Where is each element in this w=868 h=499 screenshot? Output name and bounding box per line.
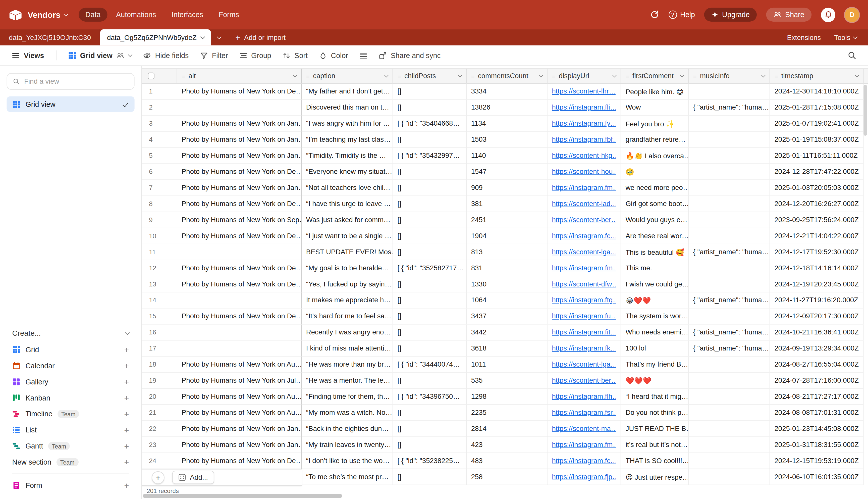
url-link[interactable]: https://instagram.fm… [552,441,616,449]
row-number[interactable]: 5 [142,148,177,164]
column-header-caption[interactable]: ≡caption [302,69,393,83]
add-or-import-button[interactable]: + Add or import [227,29,293,46]
cell-commentsCount[interactable]: 3442 [467,325,547,341]
cell-commentsCount[interactable]: 3437 [467,308,547,325]
add-sample-data-button[interactable]: Add... [172,471,214,484]
row-number[interactable]: 23 [142,437,177,453]
column-header-musicInfo[interactable]: ≡musicInfo [689,69,770,83]
cell-commentsCount[interactable]: 2814 [467,421,547,437]
cell-commentsCount[interactable]: 483 [467,453,547,469]
cell-childPosts[interactable]: [] [393,341,467,357]
cell-displayUrl[interactable]: https://scontent-ber… [547,373,621,389]
cell-caption[interactable]: “My train leaves in twenty… [302,437,393,453]
url-link[interactable]: https://instagram.fm… [552,264,616,272]
row-number[interactable]: 8 [142,196,177,212]
cell-musicInfo[interactable] [689,148,770,164]
cell-alt[interactable]: Photo by Humans of New York on Jan… [177,132,302,148]
column-header-commentsCount[interactable]: ≡commentsCount [467,69,547,83]
cell-musicInfo[interactable]: { "artist_name": "huma… [689,244,770,260]
cell-firstComment[interactable]: Who needs enemi… [621,325,689,341]
url-link[interactable]: https://instagram.fit… [552,328,616,336]
cell-commentsCount[interactable]: 1298 [467,389,547,405]
url-link[interactable]: https://scontent-ma… [552,425,616,433]
cell-commentsCount[interactable]: 1064 [467,292,547,308]
row-number[interactable]: 12 [142,260,177,276]
row-number[interactable]: 13 [142,276,177,292]
upgrade-button[interactable]: Upgrade [705,8,757,22]
column-header-childPosts[interactable]: ≡childPosts [393,69,467,83]
plus-icon[interactable]: + [124,378,129,386]
cell-commentsCount[interactable]: 423 [467,437,547,453]
cell-displayUrl[interactable]: https://instagram.flh… [547,389,621,405]
cell-musicInfo[interactable] [689,196,770,212]
chevron-down-icon[interactable] [458,73,462,77]
cell-childPosts[interactable]: [ { "id": "35238225… [393,453,467,469]
url-link[interactable]: https://scontent-lga… [552,361,616,368]
cell-alt[interactable] [177,100,302,116]
row-number[interactable]: 20 [142,389,177,405]
sort-button[interactable]: Sort [277,48,313,62]
add-record-button[interactable]: + [152,471,164,484]
row-height-button[interactable] [354,48,372,62]
cell-musicInfo[interactable] [689,164,770,180]
cell-childPosts[interactable]: [] [393,180,467,196]
find-view-search[interactable] [7,73,134,90]
cell-timestamp[interactable]: 2024-08-21T17:27:17.000Z [770,389,864,405]
row-number[interactable]: 16 [142,325,177,341]
cell-firstComment[interactable]: it’s real but it’s not… [621,437,689,453]
cell-displayUrl[interactable]: https://instagram.fc… [547,453,621,469]
cell-commentsCount[interactable]: 1140 [467,148,547,164]
create-item-grid[interactable]: Grid+ [7,342,134,358]
plus-icon[interactable]: + [124,362,129,370]
column-header-timestamp[interactable]: ≡timestamp [770,69,864,83]
url-link[interactable]: https://instagram.fsr… [552,409,616,417]
cell-caption[interactable]: “Finding time for them, th… [302,389,393,405]
cell-childPosts[interactable]: [] [393,276,467,292]
url-link[interactable]: https://scontent-ber… [552,216,616,224]
cell-displayUrl[interactable]: https://instagram.fli… [547,100,621,116]
chevron-down-icon[interactable] [293,73,297,77]
table-tab-inactive[interactable]: data_YeJXCj519OJntxC30 [0,29,100,46]
cell-firstComment[interactable]: Are these real wor… [621,228,689,244]
cell-firstComment[interactable]: 😂❤️❤️ [621,292,689,308]
cell-commentsCount[interactable]: 2451 [467,212,547,228]
create-item-gantt[interactable]: GanttTeam+ [7,438,134,454]
plus-icon[interactable]: + [124,394,129,402]
cell-musicInfo[interactable] [689,453,770,469]
cell-childPosts[interactable]: [ { "id": "34440074… [393,356,467,373]
cell-timestamp[interactable]: 2024-12-30T14:18:10.000Z [770,84,864,100]
cell-childPosts[interactable]: [] [393,100,467,116]
row-number[interactable]: 18 [142,356,177,373]
cell-caption[interactable]: “I was angry with him for … [302,116,393,132]
cell-caption[interactable]: “I have this urge to leave … [302,196,393,212]
cell-firstComment[interactable]: The system is wor… [621,308,689,325]
cell-firstComment[interactable]: Girl got some boot… [621,196,689,212]
chevron-down-icon[interactable] [612,73,617,77]
workspace-menu[interactable]: Vendors [28,10,67,19]
row-number[interactable]: 10 [142,228,177,244]
cell-firstComment[interactable]: ❤️❤️❤️ [621,373,689,389]
cell-caption[interactable]: BEST UPDATE EVER! Mos… [302,244,393,260]
cell-childPosts[interactable]: [] [393,212,467,228]
cell-childPosts[interactable]: [] [393,132,467,148]
cell-displayUrl[interactable]: https://scontent-hkg… [547,148,621,164]
cell-timestamp[interactable]: 2024-12-15T19:53:19.000Z [770,453,864,469]
create-item-gallery[interactable]: Gallery+ [7,374,134,390]
cell-displayUrl[interactable]: https://instagram.fsr… [547,405,621,421]
url-link[interactable]: https://scontent-lga… [552,248,616,256]
cell-musicInfo[interactable] [689,405,770,421]
cell-commentsCount[interactable]: 3618 [467,341,547,357]
scrollbar-thumb[interactable] [143,494,342,498]
cell-displayUrl[interactable]: https://scontent-dfw… [547,276,621,292]
cell-musicInfo[interactable] [689,389,770,405]
cell-caption[interactable]: It makes me appreciate h… [302,292,393,308]
create-item-new-section[interactable]: New sectionTeam+ [7,454,134,470]
cell-alt[interactable]: Photo by Humans of New York on Jul… [177,373,302,389]
group-button[interactable]: Group [234,48,276,62]
plus-icon[interactable]: + [124,410,129,418]
cell-commentsCount[interactable]: 2235 [467,405,547,421]
create-item-kanban[interactable]: Kanban+ [7,390,134,406]
chevron-down-icon[interactable] [538,73,543,77]
row-number[interactable]: 9 [142,212,177,228]
cell-childPosts[interactable]: [] [393,164,467,180]
